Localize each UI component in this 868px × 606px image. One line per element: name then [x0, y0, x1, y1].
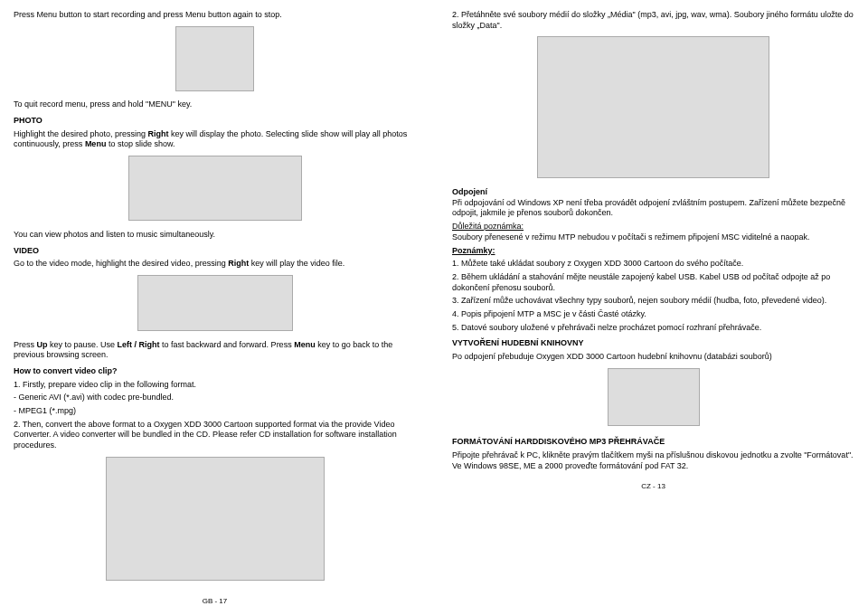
explorer-screenshot-wrapper [452, 33, 854, 185]
important-note-text: Soubory přenesené v režimu MTP nebudou v… [452, 232, 810, 241]
intro-text: Press Menu button to start recording and… [14, 10, 416, 21]
text-fragment: key to pause. Use [48, 340, 118, 349]
text-fragment: key will play the video file. [249, 259, 344, 268]
menu-key-label: Menu [294, 340, 316, 349]
text-fragment: Press [14, 340, 37, 349]
right-key-label: Right [148, 129, 169, 138]
video-screenshot-wrapper [14, 272, 416, 337]
disconnect-section: Odpojení Při odpojování od Windows XP ne… [452, 187, 854, 219]
disconnect-text: Při odpojování od Windows XP není třeba … [452, 198, 845, 218]
disconnect-heading: Odpojení [452, 187, 487, 196]
video-screenshot-icon [137, 275, 293, 331]
up-key-label: Up [37, 340, 48, 349]
note-1: 1. Můžete také ukládat soubory z Oxygen … [452, 259, 854, 270]
library-heading: VYTVOŘENÍ HUDEBNÍ KNIHOVNY [452, 338, 854, 349]
video-heading: VIDEO [14, 246, 416, 257]
convert-format-avi: - Generic AVI (*.avi) with codec pre-bun… [14, 393, 416, 403]
video-paragraph-2: Press Up key to pause. Use Left / Right … [14, 340, 416, 361]
photo-paragraph-2: You can view photos and listen to music … [14, 230, 416, 241]
library-text: Po odpojení přebuduje Oxygen XDD 3000 Ca… [452, 352, 854, 363]
video-paragraph-1: Go to the video mode, highlight the desi… [14, 259, 416, 270]
notes-heading: Poznámky: [452, 246, 854, 257]
note-2: 2. Během ukládání a stahování mějte neus… [452, 272, 854, 293]
format-text: Připojte přehrávač k PC, klikněte pravým… [452, 450, 854, 471]
menu-key-label: Menu [85, 139, 107, 148]
photo-paragraph-1: Highlight the desired photo, pressing Ri… [14, 129, 416, 150]
note-5: 5. Datové soubory uložené v přehrávači n… [452, 323, 854, 334]
text-fragment: to stop slide show. [106, 139, 175, 148]
record-screenshot-wrapper [14, 24, 416, 98]
note-3: 3. Zařízení může uchovávat všechny typy … [452, 296, 854, 307]
photo-screenshot-wrapper [14, 153, 416, 227]
record-screenshot-icon [175, 26, 254, 91]
building-library-screenshot-wrapper [452, 365, 854, 432]
left-footer: GB - 17 [14, 597, 416, 606]
right-page: 2. Přetáhněte své soubory médií do složk… [452, 7, 854, 606]
photo-heading: PHOTO [14, 116, 416, 127]
right-footer: CZ - 13 [452, 482, 854, 491]
quit-text: To quit record menu, press and hold "MEN… [14, 99, 416, 110]
convert-step-1: 1. Firstly, prepare video clip in the fo… [14, 380, 416, 391]
left-page: Press Menu button to start recording and… [14, 7, 416, 606]
explorer-screenshot-icon [537, 36, 769, 178]
text-fragment: Go to the video mode, highlight the desi… [14, 259, 228, 268]
convert-format-mpeg: - MPEG1 (*.mpg) [14, 406, 416, 417]
format-heading: FORMÁTOVÁNÍ HARDDISKOVÉHO MP3 PŘEHRÁVAČE [452, 437, 854, 448]
photo-screenshot-icon [128, 156, 302, 221]
left-right-key-label: Left / Right [118, 340, 160, 349]
page-spread: Press Menu button to start recording and… [14, 7, 854, 606]
building-library-screenshot-icon [608, 368, 700, 426]
convert-heading: How to convert video clip? [14, 366, 416, 377]
right-key-label: Right [228, 259, 249, 268]
converter-screenshot-wrapper [14, 454, 416, 587]
important-note-section: Důležitá poznámka: Soubory přenesené v r… [452, 222, 854, 242]
note-4: 4. Popis připojení MTP a MSC je v části … [452, 309, 854, 320]
drag-files-text: 2. Přetáhněte své soubory médií do složk… [452, 10, 854, 31]
convert-step-2: 2. Then, convert the above format to a O… [14, 420, 416, 451]
converter-screenshot-icon [106, 457, 325, 581]
important-note-heading: Důležitá poznámka: [452, 222, 524, 231]
text-fragment: to fast backward and forward. Press [160, 340, 295, 349]
text-fragment: Highlight the desired photo, pressing [14, 129, 148, 138]
